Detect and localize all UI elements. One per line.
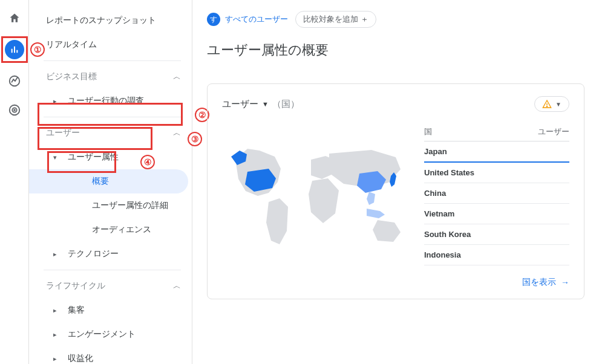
nav-label: 概要 [65, 176, 109, 187]
chevron-up-icon: ︿ [173, 71, 181, 82]
caret-down-icon: ▼ [555, 101, 561, 108]
chevron-up-icon: ︿ [173, 128, 181, 138]
nav-user[interactable]: ユーザー ︿ [29, 121, 192, 145]
filter-all-users[interactable]: す すべてのユーザー [207, 13, 288, 26]
nav-label: テクノロジー [68, 249, 119, 259]
nav-label: 収益化 [68, 353, 93, 364]
nav-label: ユーザー属性 [68, 152, 119, 163]
nav-label: ユーザー [46, 128, 80, 138]
chevron-up-icon: ︿ [173, 281, 181, 291]
filter-label: すべてのユーザー [225, 14, 288, 25]
table-row[interactable]: South Korea [424, 224, 569, 245]
nav-user-attr-detail[interactable]: ユーザー属性の詳細 [29, 193, 192, 218]
arrow-right-icon: → [561, 278, 569, 287]
table-row[interactable]: Indonesia [424, 245, 569, 265]
arrow-right-icon: ▸ [53, 97, 59, 105]
nav-technology[interactable]: ▸ テクノロジー [29, 242, 192, 266]
dimension-label: （国） [272, 99, 300, 110]
col-users: ユーザー [538, 126, 569, 137]
nav-user-behavior[interactable]: ▸ ユーザー行動の調査 [29, 89, 192, 113]
add-comparison-button[interactable]: 比較対象を追加 ＋ [295, 11, 376, 28]
table-row[interactable]: Vietnam [424, 204, 569, 224]
nav-label: 集客 [68, 305, 85, 316]
nav-report-snapshot[interactable]: レポートのスナップショット [29, 8, 192, 33]
warning-icon [542, 99, 552, 109]
country-table: 国 ユーザー Japan United States China Vietnam… [424, 126, 569, 265]
nav-label: ビジネス目標 [46, 71, 97, 82]
nav-label: ユーザー行動の調査 [68, 96, 144, 106]
country-users-card: ユーザー ▼ （国） ▼ [207, 83, 584, 299]
caret-down-icon: ▼ [262, 100, 269, 108]
svg-point-5 [547, 106, 548, 106]
svg-point-3 [14, 109, 15, 111]
data-quality-button[interactable]: ▼ [534, 96, 569, 112]
table-row[interactable]: United States [424, 163, 569, 183]
nav-monetization[interactable]: ▸ 収益化 [29, 346, 192, 364]
table-row[interactable]: China [424, 183, 569, 204]
nav-overview[interactable]: 概要 [29, 169, 188, 193]
reports-icon[interactable] [5, 40, 24, 59]
geo-map [222, 126, 412, 265]
nav-engagement[interactable]: ▸ エンゲージメント [29, 322, 192, 346]
nav-label: ライフサイクル [46, 281, 105, 291]
metric-label: ユーザー [222, 99, 258, 110]
arrow-right-icon: ▸ [53, 331, 59, 339]
nav-label: エンゲージメント [68, 329, 136, 340]
arrow-right-icon: ▸ [53, 307, 59, 314]
nav-user-attributes[interactable]: ▾ ユーザー属性 [29, 145, 192, 169]
view-countries-link[interactable]: 国を表示 → [522, 277, 569, 288]
nav-label: ユーザー属性の詳細 [65, 200, 168, 211]
explore-icon[interactable] [7, 74, 22, 88]
nav-business-goals[interactable]: ビジネス目標 ︿ [29, 65, 192, 89]
nav-audience[interactable]: オーディエンス [29, 218, 192, 242]
arrow-down-icon: ▾ [53, 154, 59, 161]
nav-realtime[interactable]: リアルタイム [29, 33, 192, 57]
metric-dimension-selector[interactable]: ユーザー ▼ （国） [222, 99, 300, 110]
col-country: 国 [424, 126, 432, 137]
page-title: ユーザー属性の概要 [207, 41, 584, 59]
user-badge-icon: す [207, 13, 220, 26]
arrow-right-icon: ▸ [53, 250, 59, 258]
table-row[interactable]: Japan [424, 141, 569, 163]
nav-label: オーディエンス [65, 224, 151, 235]
chip-label: 比較対象を追加 [303, 14, 358, 25]
nav-lifecycle[interactable]: ライフサイクル ︿ [29, 274, 192, 298]
advertising-icon[interactable] [7, 103, 22, 117]
plus-icon: ＋ [361, 14, 368, 25]
nav-acquisition[interactable]: ▸ 集客 [29, 298, 192, 322]
link-label: 国を表示 [522, 277, 556, 288]
arrow-right-icon: ▸ [53, 355, 59, 363]
home-icon[interactable] [7, 11, 22, 25]
